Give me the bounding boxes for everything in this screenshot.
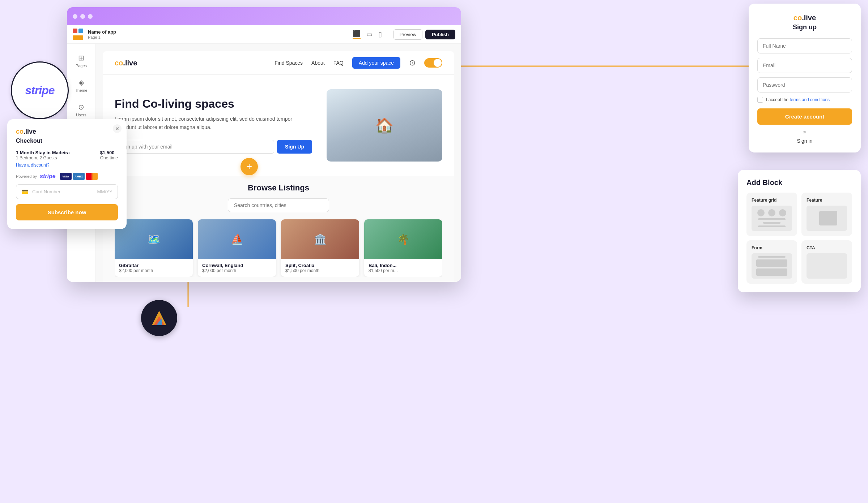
checkout-item-details: 1 Bedroom, 2 Guests xyxy=(16,155,70,160)
block-label-feature: Feature xyxy=(807,198,847,203)
hero-content: Find Co-living spaces Lorem ipsum dolor … xyxy=(115,97,312,154)
block-item-feature-grid[interactable]: Feature grid xyxy=(746,193,797,236)
block-preview-form xyxy=(752,253,792,279)
listings-grid: 🗺️ Gibraltar $2,000 per month ⛵ Cornwall… xyxy=(115,219,442,277)
block-label-cta: CTA xyxy=(807,245,847,250)
subscribe-button[interactable]: Subscribe now xyxy=(16,204,118,220)
card-number-placeholder: Card Number xyxy=(32,189,93,194)
nav-about[interactable]: About xyxy=(311,60,325,66)
preview-button[interactable]: Preview xyxy=(393,29,422,40)
signup-terms-row: I accept the terms and conditions xyxy=(757,97,852,103)
pages-icon: ⊞ xyxy=(78,53,84,62)
mobile-icon[interactable]: ▯ xyxy=(378,30,382,38)
search-input[interactable] xyxy=(228,198,329,212)
listing-card-1[interactable]: 🗺️ Gibraltar $2,000 per month xyxy=(115,219,193,277)
listing-price-2: $2,000 per month xyxy=(202,268,272,273)
hero-image: 🏠 xyxy=(327,89,442,162)
checkout-close-button[interactable]: ✕ xyxy=(113,124,122,133)
stripe-text: stripe xyxy=(40,173,56,180)
add-block-button[interactable]: + xyxy=(241,158,258,175)
listing-card-3[interactable]: 🏛️ Split, Croatia $1,500 per month xyxy=(281,219,359,277)
sidebar-item-pages[interactable]: ⊞ Pages xyxy=(67,50,95,72)
checkout-title: Checkout xyxy=(16,138,118,144)
app-page: Page 1 xyxy=(88,35,116,39)
sidebar-label-pages: Pages xyxy=(76,64,87,68)
card-input-row[interactable]: 💳 Card Number MM/YY xyxy=(16,184,118,199)
block-item-form[interactable]: Form xyxy=(746,240,797,284)
block-preview-cta xyxy=(807,253,847,279)
hero-section: Find Co-living spaces Lorem ipsum dolor … xyxy=(103,75,454,176)
amex-logo: AMEX xyxy=(73,173,85,180)
stripe-logo: stripe xyxy=(25,84,54,97)
block-grid: Feature grid Feature xyxy=(746,193,852,284)
listing-info-1: Gibraltar $2,000 per month xyxy=(115,259,193,277)
app-toolbar: Name of app Page 1 ⬛ ▭ ▯ Preview Publish xyxy=(67,25,461,44)
preview-form-rect-1 xyxy=(756,259,787,267)
preview-rect xyxy=(819,211,837,225)
fullname-input[interactable] xyxy=(757,38,852,53)
listing-name-2: Cornwall, England xyxy=(202,263,272,268)
nav-find-spaces[interactable]: Find Spaces xyxy=(275,60,303,66)
nav-faq[interactable]: FAQ xyxy=(333,60,344,66)
hero-signup-button[interactable]: Sign Up xyxy=(277,140,312,154)
signup-card: co.live Sign up I accept the terms and c… xyxy=(749,4,861,152)
browser-dot-yellow xyxy=(80,14,85,19)
hero-email-input[interactable] xyxy=(115,140,274,154)
block-label-form: Form xyxy=(752,245,792,250)
password-input[interactable] xyxy=(757,77,852,93)
browse-section: Browse Listings 🗺️ Gibraltar $2,000 per … xyxy=(103,176,454,282)
sidebar-label-users: Users xyxy=(76,113,86,117)
block-preview-feature-grid xyxy=(752,206,792,231)
sidebar-item-users[interactable]: ⊙ Users xyxy=(67,99,95,121)
email-input[interactable] xyxy=(757,58,852,73)
signup-brand: co.live xyxy=(757,14,852,22)
browser-titlebar xyxy=(67,7,461,25)
add-block-card: Add Block Feature grid Feature xyxy=(738,170,861,292)
user-icon[interactable]: ⊙ xyxy=(409,58,416,68)
listing-img-3: 🏛️ xyxy=(281,219,359,259)
nav-toggle[interactable] xyxy=(424,58,442,68)
hero-title: Find Co-living spaces xyxy=(115,97,312,111)
preview-line-1 xyxy=(758,218,786,220)
block-label-feature-grid: Feature grid xyxy=(752,198,792,203)
listing-img-4: 🌴 xyxy=(364,219,442,259)
stripe-badge: stripe xyxy=(11,61,69,119)
checkout-powered-row: Powered by stripe VISA AMEX xyxy=(16,173,118,180)
signup-title: Sign up xyxy=(757,23,852,31)
listing-info-3: Split, Croatia $1,500 per month xyxy=(281,259,359,277)
site-logo: co.live xyxy=(115,59,137,67)
publish-button[interactable]: Publish xyxy=(425,30,455,39)
listing-img-1: 🗺️ xyxy=(115,219,193,259)
checkout-logo: co.live xyxy=(16,128,118,136)
or-divider: or xyxy=(757,129,852,134)
sidebar-item-theme[interactable]: ◈ Theme xyxy=(67,74,95,96)
listing-price-4: $1,500 per m... xyxy=(369,268,438,273)
preview-form-line-1 xyxy=(758,256,786,258)
browser-dot-red xyxy=(73,14,77,19)
listing-card-4[interactable]: 🌴 Bali, Indon... $1,500 per m... xyxy=(364,219,442,277)
listing-name-4: Bali, Indon... xyxy=(369,263,438,268)
bottom-logo-inner xyxy=(148,307,170,329)
listing-info-2: Cornwall, England $2,000 per month xyxy=(198,259,276,277)
terms-checkbox[interactable] xyxy=(757,97,763,103)
block-item-cta[interactable]: CTA xyxy=(801,240,852,284)
block-item-feature[interactable]: Feature xyxy=(801,193,852,236)
listing-card-2[interactable]: ⛵ Cornwall, England $2,000 per month xyxy=(198,219,276,277)
create-account-button[interactable]: Create account xyxy=(757,108,852,125)
block-preview-feature xyxy=(807,206,847,231)
add-space-button[interactable]: Add your space xyxy=(352,57,400,69)
checkout-discount-link[interactable]: Have a discount? xyxy=(16,163,118,168)
listing-name-3: Split, Croatia xyxy=(285,263,355,268)
sidebar-label-theme: Theme xyxy=(75,88,87,93)
checkout-item-price: $1,500 xyxy=(100,150,118,155)
desktop-icon[interactable]: ⬛ xyxy=(353,30,361,39)
preview-form-rect-2 xyxy=(756,268,787,276)
preview-circle-3 xyxy=(779,209,786,216)
terms-link[interactable]: terms and conditions xyxy=(790,97,830,102)
signin-link[interactable]: Sign in xyxy=(757,138,852,144)
checkout-item-left: 1 Month Stay in Madeira 1 Bedroom, 2 Gue… xyxy=(16,150,70,160)
listing-img-2: ⛵ xyxy=(198,219,276,259)
card-icon: 💳 xyxy=(21,188,29,195)
tablet-icon[interactable]: ▭ xyxy=(366,30,373,38)
checkout-item-row: 1 Month Stay in Madeira 1 Bedroom, 2 Gue… xyxy=(16,150,118,160)
